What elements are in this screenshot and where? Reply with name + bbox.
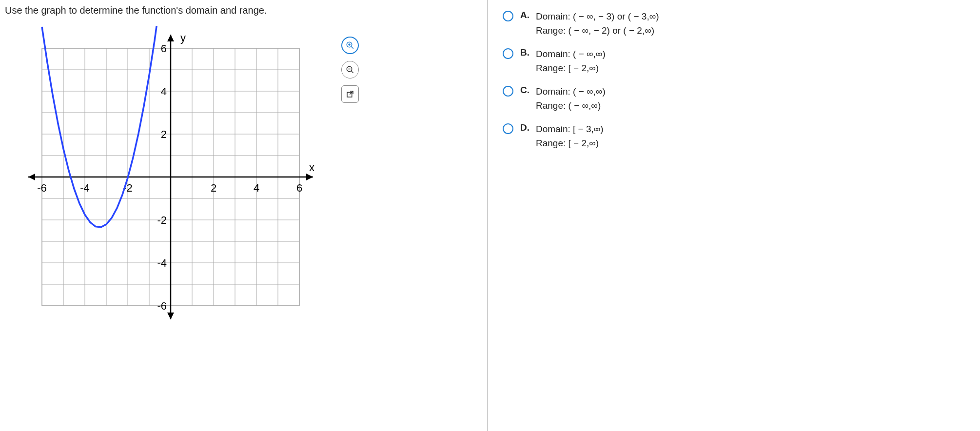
y-axis-label: y [180, 32, 186, 44]
zoom-out-icon [346, 65, 354, 74]
question-pane: Use the graph to determine the function'… [0, 0, 488, 431]
zoom-in-button[interactable] [341, 37, 359, 54]
x-tick-neg4: -4 [80, 182, 90, 194]
choice-c[interactable]: C. Domain: ( − ∞,∞) Range: ( − ∞,∞) [503, 85, 970, 113]
zoom-in-icon [346, 41, 354, 50]
radio-a[interactable] [503, 11, 513, 21]
graph-tools [341, 37, 359, 103]
choice-c-label: C. [520, 85, 531, 96]
svg-line-39 [350, 91, 353, 95]
choice-a-text: Domain: ( − ∞, − 3) or ( − 3,∞) Range: (… [536, 10, 659, 38]
radio-c[interactable] [503, 86, 513, 97]
x-tick-4: 4 [254, 182, 259, 194]
answers-pane: A. Domain: ( − ∞, − 3) or ( − 3,∞) Range… [488, 0, 980, 431]
question-text: Use the graph to determine the function'… [5, 5, 488, 16]
svg-line-32 [351, 46, 353, 49]
y-tick-neg4: -4 [157, 257, 167, 269]
svg-marker-29 [167, 35, 174, 41]
y-tick-2: 2 [161, 128, 167, 140]
y-tick-4: 4 [161, 85, 167, 98]
parabola-curve [42, 26, 157, 227]
x-tick-6: 6 [296, 182, 302, 194]
svg-marker-27 [306, 174, 313, 180]
choice-b[interactable]: B. Domain: ( − ∞,∞) Range: [ − 2,∞) [503, 47, 970, 75]
choice-c-text: Domain: ( − ∞,∞) Range: ( − ∞,∞) [536, 85, 606, 113]
x-tick-2: 2 [211, 182, 216, 194]
radio-b[interactable] [503, 48, 513, 59]
radio-d[interactable] [503, 123, 513, 134]
graph: y x -6 -4 -2 2 4 6 6 4 2 -2 -4 -6 [20, 26, 322, 328]
svg-marker-28 [28, 174, 35, 180]
y-tick-neg2: -2 [157, 214, 167, 226]
choice-b-text: Domain: ( − ∞,∞) Range: [ − 2,∞) [536, 47, 606, 75]
choice-d-label: D. [520, 122, 531, 133]
open-new-window-button[interactable] [341, 85, 359, 103]
choice-a[interactable]: A. Domain: ( − ∞, − 3) or ( − 3,∞) Range… [503, 10, 970, 38]
svg-marker-30 [167, 313, 174, 319]
y-tick-neg6: -6 [157, 300, 167, 312]
choice-a-label: A. [520, 10, 531, 20]
choice-d[interactable]: D. Domain: [ − 3,∞) Range: [ − 2,∞) [503, 122, 970, 150]
external-link-icon [346, 90, 354, 98]
zoom-out-button[interactable] [341, 61, 359, 78]
choice-b-label: B. [520, 47, 531, 58]
graph-svg: y x -6 -4 -2 2 4 6 6 4 2 -2 -4 -6 [20, 26, 322, 328]
svg-line-36 [351, 71, 353, 73]
x-tick-neg6: -6 [37, 182, 47, 194]
choice-d-text: Domain: [ − 3,∞) Range: [ − 2,∞) [536, 122, 604, 150]
y-tick-6: 6 [161, 42, 167, 55]
x-axis-label: x [309, 161, 314, 174]
